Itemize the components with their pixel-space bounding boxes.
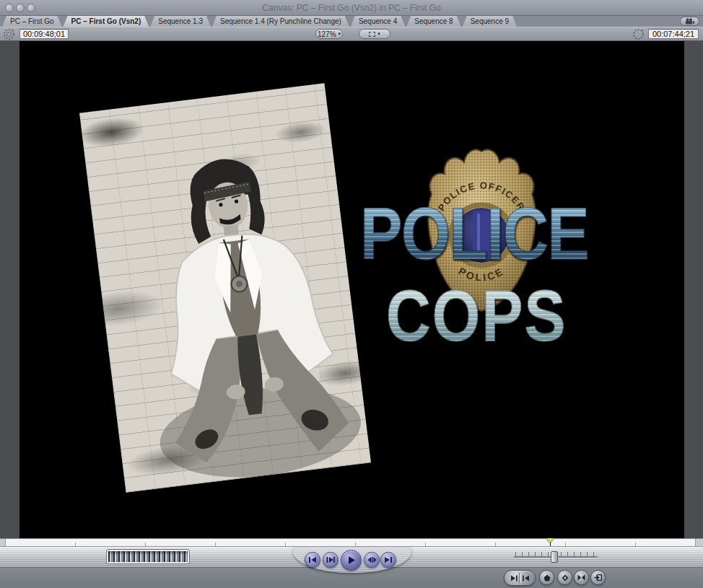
playhead-marker[interactable] [546,538,554,543]
next-frame-icon [510,575,518,582]
movie-camera-button[interactable] [680,17,699,26]
canvas-window: Canvas: PC – First Go (Vsn2) in PC – Fir… [0,0,703,588]
photo-of-man-brick-wall [79,83,371,493]
zoom-level-dropdown[interactable]: 127%▾ [315,29,343,39]
scrubber-left-cap [0,539,6,546]
play-around-icon [367,556,377,563]
scrubber-ticks [6,543,695,546]
previous-edit-button[interactable] [305,552,320,568]
match-frame-button[interactable] [574,570,589,585]
insert-edit-button[interactable] [590,570,606,585]
tab-sequence-9[interactable]: Sequence 9 [463,16,517,27]
play-button[interactable] [341,550,362,571]
tab-sequence-8[interactable]: Sequence 8 [406,16,460,27]
tab-pc-first-go-vsn2[interactable]: PC – First Go (Vsn2) [64,16,149,27]
tab-sequence-1-3[interactable]: Sequence 1.3 [150,16,211,27]
previous-frame-icon [522,575,530,582]
video-preview[interactable]: POLICE OFFICER POLICE POLICE COPS [19,41,684,538]
shuttle-control[interactable] [514,550,598,565]
chevron-down-icon: ▾ [377,31,380,37]
window-title: Canvas: PC – First Go (Vsn2) in PC – Fir… [0,0,703,16]
chevron-down-icon: ▾ [339,31,341,37]
shuttle-handle[interactable] [551,551,558,563]
insert-arrow-icon [594,574,602,581]
tab-pc-first-go[interactable]: PC – First Go [2,16,62,27]
sequence-tab-bar: PC – First Go PC – First Go (Vsn2) Seque… [0,16,703,27]
next-edit-button[interactable] [380,552,396,568]
sequence-tabs: PC – First Go PC – First Go (Vsn2) Seque… [2,16,517,27]
play-in-to-out-icon [326,556,335,563]
marker-icon [543,574,551,582]
duration-timecode-field[interactable]: 00:07:44;21 [648,29,699,39]
title-bar[interactable]: Canvas: PC – First Go (Vsn2) in PC – Fir… [0,0,703,16]
view-options-icon [369,32,375,37]
title-text-cops: COPS [346,279,606,351]
canvas-pasteboard: POLICE OFFICER POLICE POLICE COPS [0,41,703,538]
match-frame-icon [577,574,585,581]
tab-sequence-4[interactable]: Sequence 4 [351,16,405,27]
canvas-toolbar: 00:09:48;01 127%▾ ▾ 00:07:44;21 [0,27,703,41]
play-icon [347,556,356,565]
current-timecode-field[interactable]: 00:09:48;01 [19,29,69,39]
zoom-level-value: 127% [318,30,336,38]
duration-timecode-clock-icon[interactable] [632,28,645,40]
previous-edit-icon [308,556,317,563]
next-edit-icon [384,556,393,563]
scrubber-bar[interactable] [0,538,703,547]
view-options-dropdown[interactable]: ▾ [359,29,390,39]
jog-wheel[interactable] [107,550,189,563]
scrubber-right-cap [695,539,703,546]
title-text-police: POLICE [344,197,604,271]
tab-sequence-1-4[interactable]: Sequence 1.4 (Ry Punchline Change) [212,16,349,27]
button-divider [520,573,520,583]
frame-step-button-pair[interactable] [504,570,536,586]
add-marker-button[interactable] [539,570,554,585]
add-keyframe-button[interactable] [557,570,572,585]
play-in-to-out-button[interactable] [323,552,339,568]
play-around-current-button[interactable] [364,552,380,568]
movie-camera-icon [685,18,695,25]
man-figure-illustration [79,83,371,493]
current-timecode-clock-icon[interactable] [3,28,15,40]
keyframe-diamond-icon [562,574,569,582]
